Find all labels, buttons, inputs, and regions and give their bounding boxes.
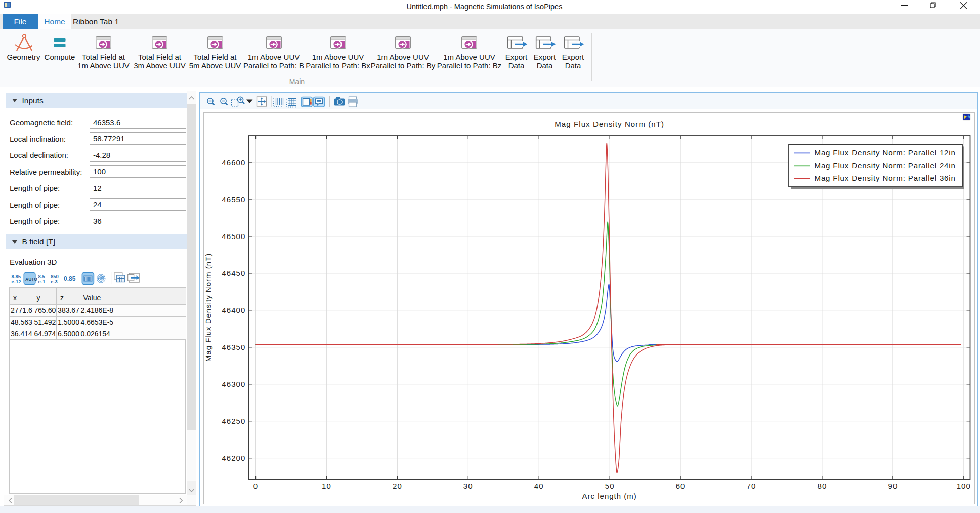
svg-text:Mag Flux Density Norm (nT): Mag Flux Density Norm (nT) xyxy=(204,253,212,362)
svg-text:50: 50 xyxy=(605,482,615,490)
svg-text:46350: 46350 xyxy=(222,343,245,351)
svg-text:46450: 46450 xyxy=(222,269,245,278)
svg-text:40: 40 xyxy=(534,482,544,490)
svg-text:46550: 46550 xyxy=(222,195,245,204)
svg-text:20: 20 xyxy=(393,482,402,490)
svg-text:10: 10 xyxy=(322,482,331,490)
svg-text:46600: 46600 xyxy=(222,158,245,167)
svg-text:Mag Flux Density Norm: Paralle: Mag Flux Density Norm: Parallel 12in xyxy=(815,148,956,157)
svg-text:46300: 46300 xyxy=(222,380,245,388)
svg-text:Arc length (m): Arc length (m) xyxy=(582,492,637,500)
svg-text:46250: 46250 xyxy=(222,417,245,425)
svg-text:Mag Flux Density Norm: Paralle: Mag Flux Density Norm: Parallel 36in xyxy=(815,174,956,182)
svg-text:90: 90 xyxy=(888,482,898,490)
svg-text:46500: 46500 xyxy=(222,232,245,241)
svg-text:0: 0 xyxy=(253,482,258,490)
svg-text:Mag Flux Density Norm: Paralle: Mag Flux Density Norm: Parallel 24in xyxy=(815,161,956,170)
svg-text:60: 60 xyxy=(676,482,686,490)
svg-text:30: 30 xyxy=(463,482,473,490)
svg-text:46200: 46200 xyxy=(222,454,245,462)
svg-text:70: 70 xyxy=(747,482,756,490)
svg-text:Mag Flux Density Norm (nT): Mag Flux Density Norm (nT) xyxy=(555,120,664,128)
svg-text:46400: 46400 xyxy=(222,306,245,314)
svg-text:100: 100 xyxy=(957,482,971,490)
svg-text:80: 80 xyxy=(817,482,827,490)
